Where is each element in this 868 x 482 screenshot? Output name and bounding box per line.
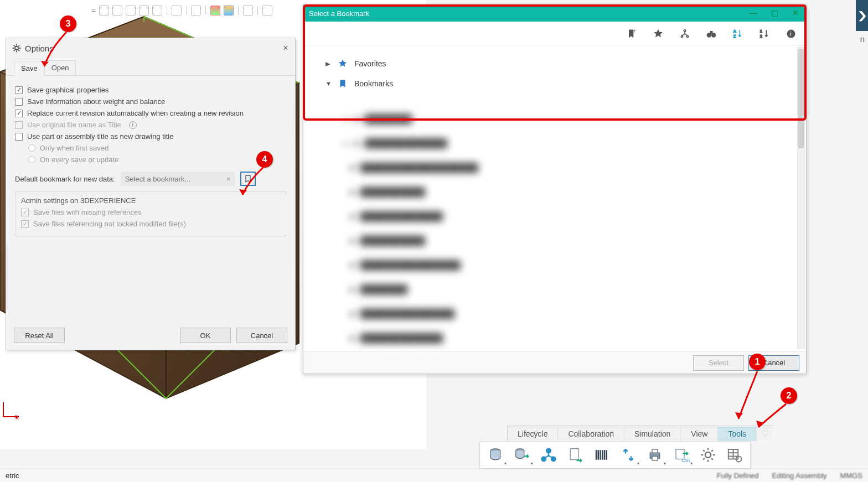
label-only-first: Only when first saved [40,144,108,152]
binoculars-icon[interactable] [705,28,717,40]
bookmark-browse-button[interactable] [240,172,256,186]
caret-down-icon: ▼ [326,80,331,87]
minimize-icon[interactable]: ― [748,8,758,18]
svg-line-12 [18,50,19,51]
cancel-button[interactable]: Cancel [236,328,287,343]
close-window-icon[interactable]: ✕ [790,8,800,18]
svg-line-51 [711,458,713,460]
zoom-icon[interactable] [99,6,109,15]
checkbox-locked-mod [21,220,29,228]
zoom-fit-icon[interactable] [112,6,122,15]
bookmark-blue-icon [338,79,348,89]
callout-3: 3 [60,15,76,32]
update-icon[interactable]: ▾ [618,445,638,465]
admin-legend: Admin settings on 3DEXPERIENCE [21,196,280,205]
label-graphical: Save graphical properties [27,86,108,94]
callout-2: 2 [781,387,797,404]
tab-simulation[interactable]: Simulation [624,427,681,441]
relations-icon[interactable] [539,445,559,465]
label-orig-title: Use original file name as Title [27,121,121,129]
svg-line-13 [14,50,15,51]
box-icon[interactable] [172,6,182,15]
tab-open[interactable]: Open [44,60,76,75]
svg-rect-21 [710,31,713,34]
open-doc-icon[interactable] [565,445,585,465]
gear-icon [12,43,22,53]
bookmark-titlebar[interactable]: Select a Bookmark ― ▢ ✕ [303,5,806,22]
database-icon[interactable]: ▾ [485,445,505,465]
svg-rect-33 [570,449,578,460]
options-gear-icon[interactable] [698,445,718,465]
appearance-icon[interactable] [210,6,220,15]
render-icon[interactable] [243,6,253,15]
right-edge-expand[interactable]: ❯ [856,0,868,31]
export-csv-icon[interactable]: CSV▾ [671,445,691,465]
bookmark-add-icon[interactable]: + [626,28,638,40]
options-buttons: Reset All OK Cancel [6,328,295,343]
reset-all-button[interactable]: Reset All [14,328,65,343]
options-dialog: Options × Save Open Save graphical prope… [6,38,296,350]
svg-point-30 [546,449,551,453]
sort-az-icon[interactable]: AZ [732,28,744,40]
tab-tools[interactable]: Tools [718,427,757,441]
select-button[interactable]: Select [693,355,744,371]
display-style-icon[interactable] [152,6,162,15]
maximize-icon[interactable]: ▢ [769,8,779,18]
ok-button[interactable]: OK [180,328,231,343]
label-weight: Save information about weight and balanc… [27,97,165,106]
info-icon[interactable]: i [785,28,797,40]
checkbox-replace-rev[interactable] [15,110,23,117]
heart-icon[interactable]: ♡ [757,426,773,441]
tab-collaboration[interactable]: Collaboration [558,427,624,441]
callout-1: 1 [749,354,766,370]
radio-every-save[interactable] [28,156,35,163]
star-blue-icon [338,59,348,69]
svg-point-16 [684,29,685,31]
svg-line-53 [711,450,713,452]
table-settings-icon[interactable] [725,445,745,465]
rotate-icon[interactable] [126,6,136,15]
hide-icon[interactable] [191,6,201,15]
bookmark-field: × [121,172,235,186]
sort-za-icon[interactable]: 12 [758,28,771,40]
equals-icon: = [91,6,96,15]
bookmark-title: Select a Bookmark [309,9,369,18]
close-icon[interactable]: × [282,44,290,52]
checkbox-orig-title [15,121,23,129]
checkbox-graphical[interactable] [15,86,23,94]
axis-indicator: x [0,398,22,422]
section-icon[interactable] [139,6,149,15]
info-icon[interactable]: i [129,121,137,129]
tree-favorites[interactable]: ▶ Favorites [326,54,784,74]
checkbox-part-title[interactable] [15,133,23,141]
svg-text:Z: Z [733,33,736,38]
scene-icon[interactable] [224,6,234,15]
status-bar: etric Fully Defined Editing Assembly MMG… [0,469,868,482]
checkbox-missing-refs [21,209,29,216]
bookmark-window: Select a Bookmark ― ▢ ✕ + AZ 12 i ▶ Favo… [303,4,807,374]
tab-view[interactable]: View [681,427,718,441]
svg-rect-41 [652,449,658,453]
svg-point-45 [705,452,711,458]
bookmark-input[interactable] [121,175,223,183]
options-title: Options [25,44,282,53]
triad-icon[interactable] [262,6,272,15]
svg-point-6 [15,46,18,50]
tab-lifecycle[interactable]: Lifecycle [508,427,558,441]
ribbon-tools: ▾ ▾ ▾ ▾ CSV▾ [479,441,751,469]
options-tabs: Save Open [6,58,295,76]
tree-icon[interactable] [679,28,691,40]
print-icon[interactable]: ▾ [645,445,665,465]
tab-save[interactable]: Save [14,61,45,76]
options-body: Save graphical properties Save informati… [6,76,295,243]
barcode-icon[interactable] [592,445,612,465]
tree-bookmarks[interactable]: ▼ Bookmarks [326,74,784,94]
bookmarks-label: Bookmarks [354,79,393,88]
export-db-icon[interactable]: ▾ [512,445,532,465]
radio-only-first[interactable] [28,144,35,152]
bookmark-clear-icon[interactable]: × [223,175,235,183]
star-icon[interactable] [652,28,664,40]
checkbox-weight[interactable] [15,98,23,106]
scrollbar[interactable] [797,47,805,349]
scrollbar-thumb[interactable] [798,49,804,148]
